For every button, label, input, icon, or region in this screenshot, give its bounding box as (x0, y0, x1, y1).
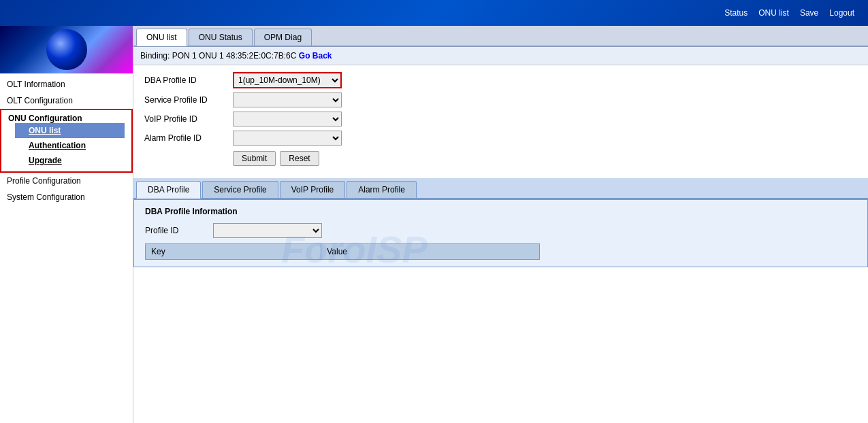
tab-onu-status[interactable]: ONU Status (189, 29, 253, 46)
main-content: ONU list ONU Status OPM Diag Binding: PO… (133, 26, 868, 423)
sidebar-sub-onu-list[interactable]: ONU list (15, 123, 125, 138)
profile-data-table: Key Value (145, 243, 540, 260)
voip-profile-label: VoIP Profile ID (144, 114, 233, 124)
sidebar-item-olt-information[interactable]: OLT Information (0, 76, 133, 92)
logo-globe (46, 29, 87, 70)
dba-profile-select[interactable]: 1(up_10M-down_10M) (233, 72, 342, 88)
onu-list-link[interactable]: ONU list (758, 8, 789, 18)
sidebar-item-system-configuration[interactable]: System Configuration (0, 189, 133, 205)
table-header-key: Key (146, 244, 321, 260)
sidebar-sub-authentication[interactable]: Authentication (15, 138, 125, 153)
sidebar-item-olt-configuration[interactable]: OLT Configuration (0, 92, 133, 109)
topbar: Status ONU list Save Logout (0, 0, 868, 26)
profile-id-label: Profile ID (145, 226, 213, 235)
form-buttons: Submit Reset (144, 151, 857, 166)
dba-profile-label: DBA Profile ID (144, 75, 233, 85)
reset-button[interactable]: Reset (280, 151, 319, 166)
profile-tab-bar: DBA Profile Service Profile VoIP Profile… (133, 178, 868, 199)
service-profile-select[interactable] (233, 92, 342, 107)
main-tab-bar: ONU list ONU Status OPM Diag (133, 26, 868, 47)
sidebar-item-profile-configuration[interactable]: Profile Configuration (0, 173, 133, 189)
alarm-profile-row: Alarm Profile ID (144, 131, 857, 146)
save-link[interactable]: Save (800, 8, 818, 18)
profile-id-select[interactable] (213, 223, 322, 238)
submit-button[interactable]: Submit (233, 151, 276, 166)
tab-onu-list[interactable]: ONU list (136, 29, 187, 46)
binding-bar: Binding: PON 1 ONU 1 48:35:2E:0C:7B:6C G… (133, 47, 868, 65)
binding-text: Binding: PON 1 ONU 1 48:35:2E:0C:7B:6C (140, 51, 296, 61)
profile-id-row: Profile ID (145, 223, 856, 238)
sidebar-logo (0, 26, 133, 73)
status-link[interactable]: Status (724, 8, 748, 18)
alarm-profile-select[interactable] (233, 131, 342, 146)
sidebar-sub-items: ONU list Authentication Upgrade (8, 123, 125, 168)
dba-profile-row: DBA Profile ID 1(up_10M-down_10M) (144, 72, 857, 88)
sidebar: OLT Information OLT Configuration ONU Co… (0, 26, 133, 423)
voip-profile-row: VoIP Profile ID (144, 112, 857, 126)
tab-service-profile[interactable]: Service Profile (202, 181, 278, 198)
sidebar-item-onu-configuration[interactable]: ONU Configuration ONU list Authenticatio… (0, 109, 133, 173)
sidebar-nav: OLT Information OLT Configuration ONU Co… (0, 73, 133, 208)
profile-section: DBA Profile Service Profile VoIP Profile… (133, 178, 868, 267)
service-profile-row: Service Profile ID (144, 92, 857, 107)
service-profile-label: Service Profile ID (144, 95, 233, 105)
table-header-value: Value (321, 244, 540, 260)
go-back-link[interactable]: Go Back (299, 51, 332, 61)
logout-link[interactable]: Logout (829, 8, 854, 18)
tab-alarm-profile[interactable]: Alarm Profile (347, 181, 417, 198)
alarm-profile-label: Alarm Profile ID (144, 133, 233, 143)
profile-info-title: DBA Profile Information (145, 207, 856, 216)
tab-voip-profile[interactable]: VoIP Profile (280, 181, 345, 198)
form-area: DBA Profile ID 1(up_10M-down_10M) Servic… (133, 65, 868, 173)
voip-profile-select[interactable] (233, 112, 342, 126)
tab-dba-profile[interactable]: DBA Profile (136, 181, 201, 199)
tab-opm-diag[interactable]: OPM Diag (254, 29, 312, 46)
profile-info-box: ForoISP DBA Profile Information Profile … (133, 199, 868, 267)
sidebar-sub-upgrade[interactable]: Upgrade (15, 153, 125, 168)
